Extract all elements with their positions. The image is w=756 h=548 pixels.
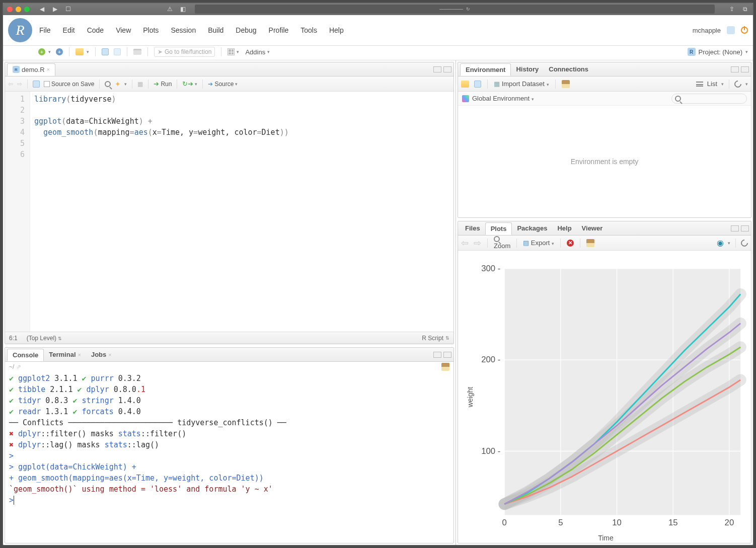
close-window-icon[interactable] <box>7 7 13 12</box>
menu-item-session[interactable]: Session <box>171 26 196 34</box>
menu-item-debug[interactable]: Debug <box>236 26 256 34</box>
maximize-pane-icon[interactable] <box>741 66 749 72</box>
filetype-selector[interactable]: R Script ⇅ <box>422 335 449 342</box>
menu-item-code[interactable]: Code <box>87 26 104 34</box>
clear-plots-icon[interactable] <box>586 239 594 247</box>
print-icon[interactable] <box>133 49 141 55</box>
rerun-icon[interactable]: ↻➔▾ <box>182 80 197 88</box>
tabs-icon[interactable]: ⧉ <box>741 5 749 13</box>
new-project-icon[interactable]: + <box>56 48 63 55</box>
nav-source-fwd-icon[interactable]: ⇨ <box>17 81 22 88</box>
note-icon: ◧ <box>179 5 187 13</box>
menu-item-help[interactable]: Help <box>329 26 344 34</box>
tab-console[interactable]: Console <box>7 349 44 361</box>
list-view-icon[interactable] <box>696 82 703 87</box>
env-scope-selector[interactable]: Global Environment ▾ <box>472 95 534 102</box>
maximize-pane-icon[interactable] <box>443 66 451 72</box>
minimize-pane-icon[interactable] <box>433 66 441 72</box>
source-button[interactable]: ➔Source▾ <box>208 81 238 88</box>
minimize-window-icon[interactable] <box>16 7 21 12</box>
minimize-pane-icon[interactable] <box>731 225 739 231</box>
remove-plot-icon[interactable]: ✕ <box>567 240 574 247</box>
source-on-save-label: Source on Save <box>51 81 94 88</box>
refresh-plot-icon[interactable] <box>739 238 749 248</box>
load-workspace-icon[interactable] <box>461 81 469 88</box>
next-plot-icon[interactable]: ⇨ <box>474 238 481 249</box>
import-dataset-button[interactable]: ▦ Import Dataset ▾ <box>494 80 549 88</box>
find-icon[interactable] <box>105 81 111 87</box>
save-workspace-icon[interactable] <box>474 81 481 88</box>
save-icon[interactable] <box>102 48 109 55</box>
run-button[interactable]: ➔Run <box>154 80 172 88</box>
publish-plot-icon[interactable]: ◉ <box>717 238 724 248</box>
nav-forward-icon[interactable]: ▶ <box>51 5 59 13</box>
project-icon: R <box>688 48 696 56</box>
tab-connections[interactable]: Connections <box>544 63 593 75</box>
open-file-icon[interactable] <box>75 48 84 55</box>
pane-layout-icon[interactable] <box>228 48 235 55</box>
main-menubar: FileEditCodeViewPlotsSessionBuildDebugPr… <box>39 26 344 34</box>
menu-item-file[interactable]: File <box>39 26 51 34</box>
traffic-lights[interactable] <box>7 7 30 12</box>
view-mode-label[interactable]: List <box>707 80 717 88</box>
tab-packages[interactable]: Packages <box>512 222 552 234</box>
refresh-env-icon[interactable] <box>733 79 743 89</box>
prev-plot-icon[interactable]: ⇦ <box>461 238 469 249</box>
project-label[interactable]: Project: (None) <box>699 48 742 56</box>
zoom-window-icon[interactable] <box>24 7 30 12</box>
compile-report-icon[interactable]: ▦ <box>137 81 143 88</box>
minimize-pane-icon[interactable] <box>433 352 441 358</box>
save-source-icon[interactable] <box>33 81 40 88</box>
code-editor[interactable]: library(tidyverse) ggplot(data=ChickWeig… <box>30 92 453 332</box>
source-tab[interactable]: R demo.R × <box>7 63 55 76</box>
source-filename: demo.R <box>22 66 45 73</box>
plot-canvas: weight Time 05101520100 -200 -300 - Diet… <box>458 251 751 543</box>
menu-item-profile[interactable]: Profile <box>269 26 289 34</box>
env-search-input[interactable] <box>671 94 747 104</box>
nav-back-icon[interactable]: ◀ <box>38 5 46 13</box>
nav-source-back-icon[interactable]: ⇦ <box>8 81 13 88</box>
menu-item-build[interactable]: Build <box>208 26 223 34</box>
console-share-icon[interactable]: ⇗ <box>16 363 21 370</box>
tab-plots[interactable]: Plots <box>485 222 512 235</box>
export-button[interactable]: ▨ Export ▾ <box>523 239 554 247</box>
quit-session-icon[interactable] <box>741 27 748 34</box>
address-bar[interactable]: ──────↻ <box>195 5 715 14</box>
save-all-icon[interactable] <box>114 48 121 55</box>
menu-item-edit[interactable]: Edit <box>63 26 75 34</box>
maximize-pane-icon[interactable] <box>443 352 451 358</box>
sidebar-toggle-icon[interactable]: ☐ <box>64 5 72 13</box>
x-axis-label: Time <box>598 534 614 542</box>
tab-history[interactable]: History <box>511 63 544 75</box>
new-file-icon[interactable]: + <box>38 48 45 55</box>
minimize-pane-icon[interactable] <box>731 66 739 72</box>
addins-menu[interactable]: Addins <box>245 48 265 56</box>
tab-terminal[interactable]: Terminal× <box>44 349 86 360</box>
username-label: mchapple <box>693 27 721 34</box>
svg-text:5: 5 <box>558 518 563 527</box>
signout-icon[interactable] <box>727 26 735 34</box>
source-on-save-checkbox[interactable]: Source on Save <box>44 81 94 88</box>
console-output[interactable]: ✔ ggplot2 3.1.1 ✔ purrr 0.3.2✔ tibble 2.… <box>5 372 453 543</box>
zoom-button[interactable]: Zoom <box>494 236 510 250</box>
close-tab-icon[interactable]: × <box>47 66 50 72</box>
tab-environment[interactable]: Environment <box>460 63 511 76</box>
clear-console-icon[interactable] <box>441 363 449 371</box>
env-empty-message: Environment is empty <box>458 106 751 217</box>
share-icon[interactable]: ⇪ <box>728 5 736 13</box>
tab-files[interactable]: Files <box>460 222 485 234</box>
scope-selector[interactable]: (Top Level) ⇅ <box>27 335 62 342</box>
chart-svg: 05101520100 -200 -300 - <box>468 256 751 541</box>
maximize-pane-icon[interactable] <box>741 225 749 231</box>
menu-item-view[interactable]: View <box>116 26 131 34</box>
tab-help[interactable]: Help <box>552 222 576 234</box>
tab-jobs[interactable]: Jobs× <box>86 349 117 360</box>
menu-item-tools[interactable]: Tools <box>300 26 317 34</box>
cursor-position: 6:1 <box>9 335 18 342</box>
clear-workspace-icon[interactable] <box>562 80 570 88</box>
code-tools-icon[interactable] <box>115 80 123 88</box>
y-axis-label: weight <box>466 386 474 407</box>
menu-item-plots[interactable]: Plots <box>143 26 159 34</box>
go-to-file-input[interactable]: ➤ Go to file/function <box>154 47 215 57</box>
tab-viewer[interactable]: Viewer <box>577 222 608 234</box>
